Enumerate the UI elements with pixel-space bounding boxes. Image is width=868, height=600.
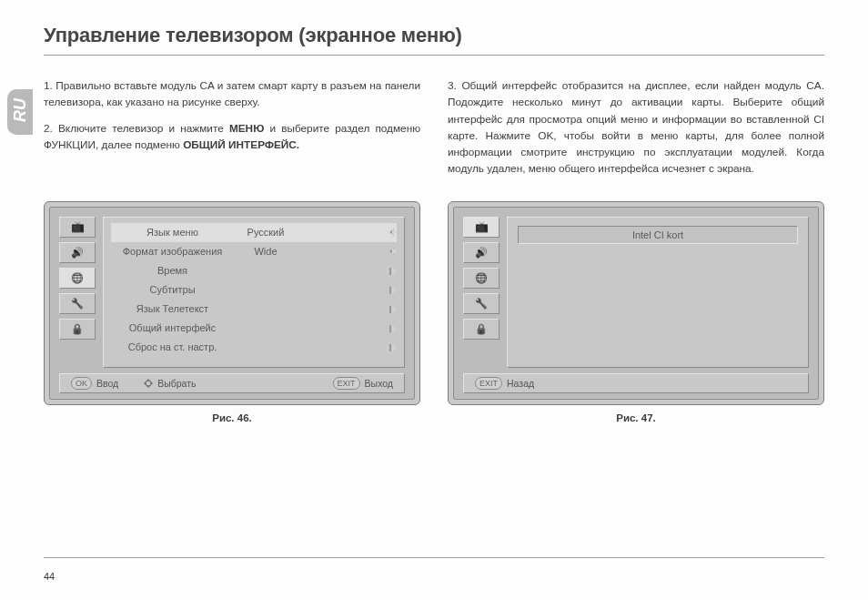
- figure-46-caption: Рис. 46.: [44, 412, 420, 423]
- menu-item-value: Wide: [234, 246, 298, 257]
- lock-category-icon[interactable]: [59, 319, 96, 340]
- sound-category-icon[interactable]: [59, 242, 96, 263]
- left-column: 1. Правильно вставьте модуль CA и затем …: [44, 77, 420, 187]
- exit-label: Выход: [365, 378, 393, 389]
- figure-46: Язык менюРусскийФормат изображенияWideВр…: [44, 201, 420, 423]
- menu-item-label: Язык меню: [111, 227, 234, 238]
- figure-47-caption: Рис. 47.: [448, 412, 824, 423]
- install-category-icon[interactable]: [59, 293, 96, 314]
- menu-item-label: Язык Телетекст: [111, 303, 234, 314]
- step-2: 2. Включите телевизор и нажмите МЕНЮ и в…: [44, 120, 420, 154]
- menu-item-arrows-icon: [298, 285, 397, 295]
- ci-module-field[interactable]: Intel CI kort: [518, 226, 798, 244]
- menu-item-label: Формат изображения: [111, 246, 234, 257]
- exit-key-icon: EXIT: [475, 377, 502, 390]
- manual-page: RU Управление телевизором (экранное меню…: [0, 0, 868, 600]
- osd-footer-47: EXIT Назад: [463, 373, 809, 393]
- menu-row[interactable]: Язык Телетекст: [111, 300, 397, 319]
- osd-category-icons-47: [463, 217, 500, 340]
- text-columns: 1. Правильно вставьте модуль CA и затем …: [44, 77, 824, 187]
- right-column: 3. Общий интерфейс отобразится на диспле…: [448, 77, 824, 187]
- menu-item-arrows-icon: [298, 266, 397, 276]
- menu-row[interactable]: Язык менюРусский: [111, 223, 397, 242]
- footer-ok: OK Ввод: [71, 377, 118, 390]
- menu-item-arrows-icon: [298, 228, 397, 238]
- sound-category-icon[interactable]: [463, 242, 500, 263]
- footer-exit: EXIT Выход: [333, 377, 393, 390]
- menu-item-arrows-icon: [298, 304, 397, 314]
- menu-item-arrows-icon: [298, 342, 397, 352]
- exit-key-icon: EXIT: [333, 377, 360, 390]
- menu-item-label: Общий интерфейс: [111, 322, 234, 333]
- picture-category-icon[interactable]: [59, 217, 96, 238]
- page-title: Управление телевизором (экранное меню): [44, 24, 824, 47]
- footer-rule: [44, 557, 824, 558]
- osd-category-icons: [59, 217, 96, 340]
- menu-row[interactable]: Субтитры: [111, 280, 397, 300]
- osd-footer-46: OK Ввод Выбрать EXIT Выход: [59, 373, 405, 393]
- ok-key-icon: OK: [71, 377, 92, 390]
- navigate-icon: [144, 379, 153, 388]
- functions-category-icon[interactable]: [463, 268, 500, 289]
- osd-frame-46: Язык менюРусскийФормат изображенияWideВр…: [44, 201, 420, 405]
- menu-row[interactable]: Сброс на ст. настр.: [111, 338, 397, 357]
- osd-menu-panel-47: Intel CI kort: [507, 217, 809, 368]
- page-number: 44: [44, 571, 55, 582]
- menu-row[interactable]: Формат изображенияWide: [111, 242, 397, 261]
- menu-item-value: Русский: [234, 227, 298, 238]
- step-1: 1. Правильно вставьте модуль CA и затем …: [44, 77, 420, 111]
- footer-select: Выбрать: [144, 378, 196, 389]
- osd-frame-47: Intel CI kort EXIT Назад: [448, 201, 824, 405]
- functions-category-icon[interactable]: [59, 268, 96, 289]
- language-tab: RU: [7, 89, 33, 135]
- lock-category-icon[interactable]: [463, 319, 500, 340]
- menu-item-arrows-icon: [298, 247, 397, 257]
- heading-rule: [44, 55, 824, 56]
- menu-item-label: Время: [111, 265, 234, 276]
- ok-label: Ввод: [96, 378, 118, 389]
- picture-category-icon[interactable]: [463, 217, 500, 238]
- footer-back: EXIT Назад: [475, 377, 534, 390]
- step-3: 3. Общий интерфейс отобразится на диспле…: [448, 77, 824, 178]
- menu-item-label: Субтитры: [111, 284, 234, 295]
- select-label: Выбрать: [157, 378, 196, 389]
- osd-menu-panel: Язык менюРусскийФормат изображенияWideВр…: [103, 217, 405, 368]
- menu-row[interactable]: Время: [111, 261, 397, 280]
- install-category-icon[interactable]: [463, 293, 500, 314]
- menu-row[interactable]: Общий интерфейс: [111, 319, 397, 338]
- menu-item-arrows-icon: [298, 323, 397, 333]
- menu-item-label: Сброс на ст. настр.: [111, 341, 234, 352]
- back-label: Назад: [507, 378, 534, 389]
- figure-47: Intel CI kort EXIT Назад Рис. 47.: [448, 201, 824, 423]
